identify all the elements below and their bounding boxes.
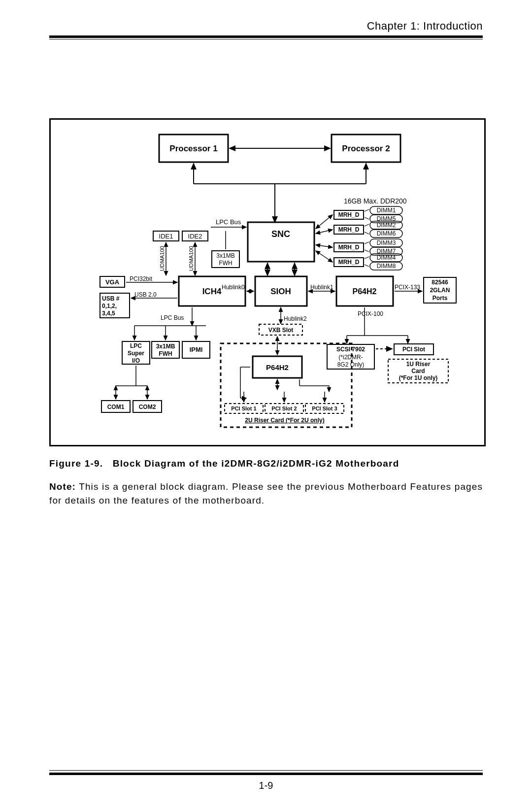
snc-label: SNC (271, 229, 290, 239)
glan2-label: 2GLAN (430, 287, 450, 294)
usb-label-3: 3,4,5 (102, 310, 115, 317)
chapter-header: Chapter 1: Introduction (49, 20, 483, 33)
svg-rect-7 (248, 222, 314, 262)
dimm8-label: DIMM8 (377, 263, 396, 270)
dimm1-label: DIMM1 (377, 207, 396, 214)
scsi-2: (*i2DMR- (338, 354, 363, 361)
svg-line-21 (365, 217, 369, 219)
p64h2-right-label: P64H2 (353, 287, 377, 296)
usb-label-2: 0,1,2, (102, 303, 117, 309)
pci-slot-3-label: PCI Slot 3 (312, 406, 337, 411)
svg-line-22 (316, 215, 332, 229)
usb20-label: USB 2.0 (134, 291, 157, 298)
pci32bit-label: PCI32bit (130, 275, 153, 282)
scsi-1: SCSI 7902 (336, 346, 365, 353)
svg-line-32 (365, 242, 369, 244)
ddr-label: 16GB Max. DDR200 (344, 197, 407, 205)
dimm4-label: DIMM4 (377, 254, 396, 261)
ipmi-label: IPMI (190, 346, 203, 353)
figure-note: Note: This is a general block diagram. P… (49, 480, 483, 507)
hublink0-label: Hublink0 (222, 284, 245, 291)
figure-caption: Figure 1-9. Block Diagram of the i2DMR-8… (49, 458, 483, 469)
scsi-3: 8G2 Only) (337, 361, 365, 368)
block-diagram: Processor 1 Processor 2 SNC LPC Bus IDE1… (49, 118, 486, 446)
udma100-a-label: UDMA100 (159, 246, 165, 271)
fwh-block-line1: 3x1MB (216, 252, 234, 259)
page-footer: 1-9 (49, 770, 483, 791)
glan3-label: Ports (432, 295, 448, 302)
dimm6-label: DIMM6 (377, 230, 396, 237)
fwh-small-1: 3x1MB (156, 343, 175, 350)
riser-1u-2: Card (411, 368, 425, 374)
fwh-block-line2: FWH (219, 260, 232, 267)
pcix133-label: PCIX-133 (395, 284, 420, 291)
riser-1u-1: 1U Riser (406, 361, 431, 368)
lpc-bus-top-label: LPC Bus (216, 218, 241, 226)
processor-2-label: Processor 2 (342, 144, 390, 153)
processor-1-label: Processor 1 (169, 144, 217, 153)
riser-1u-3: (*For 1U only) (399, 374, 438, 381)
svg-line-26 (365, 224, 369, 226)
pci-slot-2-label: PCI Slot 2 (271, 406, 297, 411)
lpc-super-2: Super (128, 350, 144, 357)
udma100-b-label: UDMA100 (188, 246, 194, 271)
mrh-d-2-label: MRH_D (338, 226, 360, 233)
dimm3-label: DIMM3 (377, 239, 396, 246)
svg-line-33 (365, 250, 369, 252)
svg-line-34 (316, 245, 332, 247)
riser-2u-label: 2U Riser Card (*For 2U only) (245, 417, 324, 424)
glan1-label: 82546 (432, 279, 448, 286)
com2-label: COM2 (139, 404, 156, 410)
svg-line-28 (316, 230, 332, 234)
lpc-super-3: I/O (132, 357, 140, 364)
mrh-d-1-label: MRH_D (338, 211, 360, 218)
vga-label: VGA (105, 278, 120, 286)
mrh-d-3-label: MRH_D (338, 244, 360, 251)
svg-line-40 (316, 251, 332, 262)
svg-line-39 (365, 265, 369, 267)
page: Chapter 1: Introduction Processor 1 Proc… (0, 0, 532, 812)
ich4-label: ICH4 (202, 287, 222, 296)
svg-line-27 (365, 232, 369, 234)
svg-line-38 (365, 257, 369, 259)
vxb-slot-label: VXB Slot (268, 327, 294, 334)
fwh-small-2: FWH (159, 350, 172, 357)
pci-slot-1-label: PCI Slot 1 (231, 406, 256, 411)
hublink2-label: Hublink2 (284, 315, 307, 322)
page-number: 1-9 (49, 780, 483, 791)
svg-line-20 (365, 209, 369, 211)
pci-slot-right-label: PCI Slot (402, 346, 425, 353)
lpc-super-1: LPC (130, 342, 142, 349)
ide2-label: IDE2 (188, 233, 202, 240)
pcix100-label: PCIX-100 (358, 310, 383, 317)
usb-label-1: USB # (102, 295, 120, 302)
ide1-label: IDE1 (159, 233, 173, 240)
com1-label: COM1 (107, 404, 125, 410)
sioh-label: SIOH (270, 287, 291, 296)
dimm2-label: DIMM2 (377, 222, 396, 229)
p64h2-bottom-label: P64H2 (266, 363, 289, 372)
rule-thick (49, 35, 483, 38)
hublink1-label: Hublink1 (310, 284, 333, 291)
mrh-d-4-label: MRH_D (338, 259, 360, 266)
lpc-bus-bottom-label: LPC Bus (161, 314, 184, 321)
diagram-svg: Processor 1 Processor 2 SNC LPC Bus IDE1… (51, 120, 484, 445)
